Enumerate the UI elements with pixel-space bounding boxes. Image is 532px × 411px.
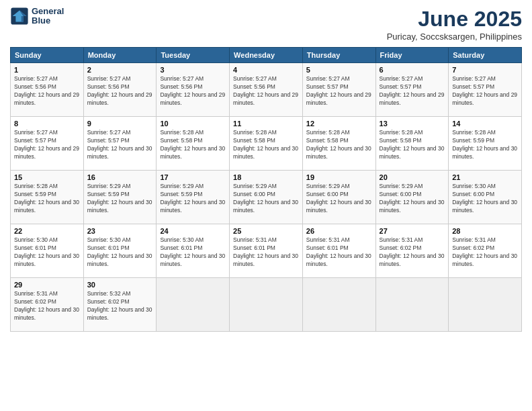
day-number: 20 [380,173,445,181]
day-number: 11 [233,120,299,128]
day-number: 23 [87,227,153,235]
day-info: Sunrise: 5:28 AM Sunset: 5:58 PM Dayligh… [306,129,372,161]
header: General Blue June 2025 Puricay, Soccsksa… [10,7,522,42]
day-number: 4 [233,66,299,74]
day-info: Sunrise: 5:31 AM Sunset: 6:01 PM Dayligh… [306,236,372,269]
calendar-week-row: 15 Sunrise: 5:28 AM Sunset: 5:59 PM Dayl… [11,171,522,224]
calendar-cell [230,278,303,332]
day-info: Sunrise: 5:27 AM Sunset: 5:57 PM Dayligh… [14,129,80,161]
day-info: Sunrise: 5:27 AM Sunset: 5:56 PM Dayligh… [233,75,299,107]
day-number: 17 [160,173,226,181]
day-info: Sunrise: 5:28 AM Sunset: 5:58 PM Dayligh… [160,129,226,161]
logo-line1: General [32,7,64,16]
calendar-cell: 28 Sunrise: 5:31 AM Sunset: 6:02 PM Dayl… [449,224,522,278]
day-info: Sunrise: 5:28 AM Sunset: 5:58 PM Dayligh… [233,129,299,161]
day-info: Sunrise: 5:28 AM Sunset: 5:59 PM Dayligh… [14,183,80,215]
day-info: Sunrise: 5:29 AM Sunset: 5:59 PM Dayligh… [87,183,153,215]
day-info: Sunrise: 5:30 AM Sunset: 6:01 PM Dayligh… [14,236,80,269]
day-info: Sunrise: 5:27 AM Sunset: 5:56 PM Dayligh… [87,75,153,107]
calendar-cell: 13 Sunrise: 5:28 AM Sunset: 5:58 PM Dayl… [375,117,449,171]
calendar-cell: 30 Sunrise: 5:32 AM Sunset: 6:02 PM Dayl… [83,278,157,332]
day-info: Sunrise: 5:31 AM Sunset: 6:02 PM Dayligh… [452,236,518,269]
calendar-cell: 11 Sunrise: 5:28 AM Sunset: 5:58 PM Dayl… [230,117,303,171]
day-info: Sunrise: 5:27 AM Sunset: 5:57 PM Dayligh… [306,75,372,107]
col-wednesday: Wednesday [230,48,303,63]
calendar-cell: 23 Sunrise: 5:30 AM Sunset: 6:01 PM Dayl… [83,224,157,278]
day-info: Sunrise: 5:28 AM Sunset: 5:58 PM Dayligh… [380,129,445,161]
calendar-week-row: 8 Sunrise: 5:27 AM Sunset: 5:57 PM Dayli… [11,117,522,171]
day-number: 7 [452,66,518,74]
day-info: Sunrise: 5:27 AM Sunset: 5:57 PM Dayligh… [380,75,445,107]
col-tuesday: Tuesday [157,48,230,63]
col-monday: Monday [83,48,157,63]
calendar-table: Sunday Monday Tuesday Wednesday Thursday… [10,47,522,332]
day-number: 30 [87,281,153,289]
calendar-cell: 25 Sunrise: 5:31 AM Sunset: 6:01 PM Dayl… [230,224,303,278]
location: Puricay, Soccsksargen, Philippines [387,32,522,42]
calendar-cell: 5 Sunrise: 5:27 AM Sunset: 5:57 PM Dayli… [302,63,375,117]
calendar-cell: 18 Sunrise: 5:29 AM Sunset: 6:00 PM Dayl… [230,171,303,224]
month-title: June 2025 [387,7,522,32]
day-number: 22 [14,227,80,235]
calendar-cell: 17 Sunrise: 5:29 AM Sunset: 5:59 PM Dayl… [157,171,230,224]
day-number: 10 [160,120,226,128]
calendar-cell [375,278,449,332]
calendar-cell: 1 Sunrise: 5:27 AM Sunset: 5:56 PM Dayli… [11,63,84,117]
calendar-cell: 8 Sunrise: 5:27 AM Sunset: 5:57 PM Dayli… [11,117,84,171]
calendar-cell: 22 Sunrise: 5:30 AM Sunset: 6:01 PM Dayl… [11,224,84,278]
day-number: 18 [233,173,299,181]
calendar-cell: 15 Sunrise: 5:28 AM Sunset: 5:59 PM Dayl… [11,171,84,224]
day-number: 6 [380,66,445,74]
calendar-cell: 27 Sunrise: 5:31 AM Sunset: 6:02 PM Dayl… [375,224,449,278]
calendar-cell: 24 Sunrise: 5:30 AM Sunset: 6:01 PM Dayl… [157,224,230,278]
calendar-cell: 3 Sunrise: 5:27 AM Sunset: 5:56 PM Dayli… [157,63,230,117]
calendar-cell: 14 Sunrise: 5:28 AM Sunset: 5:59 PM Dayl… [449,117,522,171]
day-number: 14 [452,120,518,128]
calendar-week-row: 29 Sunrise: 5:31 AM Sunset: 6:02 PM Dayl… [11,278,522,332]
calendar-cell: 12 Sunrise: 5:28 AM Sunset: 5:58 PM Dayl… [302,117,375,171]
col-saturday: Saturday [449,48,522,63]
title-block: June 2025 Puricay, Soccsksargen, Philipp… [387,7,522,42]
day-info: Sunrise: 5:29 AM Sunset: 6:00 PM Dayligh… [380,183,445,215]
day-number: 13 [380,120,445,128]
calendar-header-row: Sunday Monday Tuesday Wednesday Thursday… [11,48,522,63]
calendar-cell: 10 Sunrise: 5:28 AM Sunset: 5:58 PM Dayl… [157,117,230,171]
day-info: Sunrise: 5:31 AM Sunset: 6:02 PM Dayligh… [380,236,445,269]
day-info: Sunrise: 5:28 AM Sunset: 5:59 PM Dayligh… [452,129,518,161]
day-info: Sunrise: 5:29 AM Sunset: 6:00 PM Dayligh… [306,183,372,215]
day-number: 5 [306,66,372,74]
calendar-cell: 9 Sunrise: 5:27 AM Sunset: 5:57 PM Dayli… [83,117,157,171]
calendar-cell: 26 Sunrise: 5:31 AM Sunset: 6:01 PM Dayl… [302,224,375,278]
logo-text: General Blue [32,7,64,26]
day-number: 12 [306,120,372,128]
day-info: Sunrise: 5:29 AM Sunset: 5:59 PM Dayligh… [160,183,226,215]
calendar-page: General Blue June 2025 Puricay, Soccsksa… [0,0,532,411]
calendar-cell: 4 Sunrise: 5:27 AM Sunset: 5:56 PM Dayli… [230,63,303,117]
day-number: 15 [14,173,80,181]
day-number: 16 [87,173,153,181]
day-number: 29 [14,281,80,289]
day-info: Sunrise: 5:27 AM Sunset: 5:57 PM Dayligh… [452,75,518,107]
col-sunday: Sunday [11,48,84,63]
calendar-cell [157,278,230,332]
day-number: 25 [233,227,299,235]
day-info: Sunrise: 5:27 AM Sunset: 5:56 PM Dayligh… [160,75,226,107]
calendar-cell [302,278,375,332]
calendar-cell: 6 Sunrise: 5:27 AM Sunset: 5:57 PM Dayli… [375,63,449,117]
calendar-cell: 2 Sunrise: 5:27 AM Sunset: 5:56 PM Dayli… [83,63,157,117]
day-number: 8 [14,120,80,128]
day-number: 28 [452,227,518,235]
logo: General Blue [10,7,64,26]
day-info: Sunrise: 5:29 AM Sunset: 6:00 PM Dayligh… [233,183,299,215]
day-number: 3 [160,66,226,74]
day-info: Sunrise: 5:31 AM Sunset: 6:02 PM Dayligh… [14,290,80,322]
day-number: 9 [87,120,153,128]
calendar-week-row: 1 Sunrise: 5:27 AM Sunset: 5:56 PM Dayli… [11,63,522,117]
calendar-cell: 20 Sunrise: 5:29 AM Sunset: 6:00 PM Dayl… [375,171,449,224]
day-info: Sunrise: 5:30 AM Sunset: 6:01 PM Dayligh… [87,236,153,269]
day-number: 2 [87,66,153,74]
day-number: 26 [306,227,372,235]
day-number: 21 [452,173,518,181]
calendar-cell: 19 Sunrise: 5:29 AM Sunset: 6:00 PM Dayl… [302,171,375,224]
calendar-cell: 7 Sunrise: 5:27 AM Sunset: 5:57 PM Dayli… [449,63,522,117]
